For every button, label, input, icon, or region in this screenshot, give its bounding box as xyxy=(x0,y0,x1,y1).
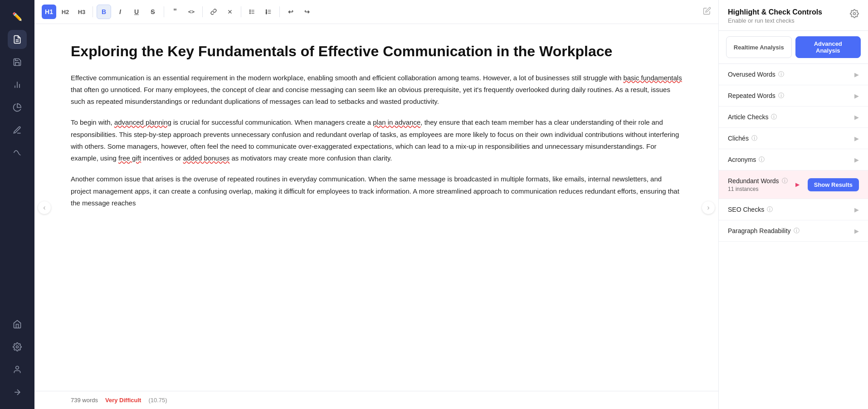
nav-arrow-right[interactable]: › xyxy=(702,201,715,214)
sidebar-icon-pen[interactable]: ✏️ xyxy=(8,7,27,26)
check-item-seo-checks[interactable]: SEO Checks ⓘ ▶ xyxy=(719,199,868,220)
editor-toolbar: H1 H2 H3 B I U S " <> 123 ↩ ↪ xyxy=(34,0,718,24)
tab-realtime-analysis[interactable]: Realtime Analysis xyxy=(726,36,792,58)
italic-button[interactable]: I xyxy=(113,5,127,19)
check-item-paragraph-readability[interactable]: Paragraph Readability ⓘ ▶ xyxy=(719,220,868,242)
svg-point-14 xyxy=(249,11,250,12)
seo-checks-label: SEO Checks xyxy=(728,206,764,213)
check-item-acronyms[interactable]: Acronyms ⓘ ▶ xyxy=(719,149,868,170)
cliches-label: Clichés xyxy=(728,135,749,142)
unlink-button[interactable] xyxy=(223,5,237,19)
tab-advanced-analysis[interactable]: Advanced Analysis xyxy=(795,36,861,58)
ordered-list-button[interactable]: 123 xyxy=(261,5,276,19)
link-button[interactable] xyxy=(206,5,221,19)
check-item-cliches[interactable]: Clichés ⓘ ▶ xyxy=(719,128,868,149)
article-checks-chevron-icon[interactable]: ▶ xyxy=(854,114,859,121)
redundant-words-label: Redundant Words xyxy=(728,177,779,185)
toolbar-divider-5 xyxy=(279,6,280,17)
sidebar-icon-pie[interactable] xyxy=(8,98,27,117)
overused-words-info-icon[interactable]: ⓘ xyxy=(778,70,784,78)
sidebar-icon-settings[interactable] xyxy=(8,337,27,356)
overused-words-label: Overused Words xyxy=(728,71,775,78)
paragraph-readability-chevron-icon[interactable]: ▶ xyxy=(854,228,859,234)
redundant-words-instances: 11 instances xyxy=(728,186,791,192)
svg-point-5 xyxy=(16,346,19,348)
toolbar-divider-3 xyxy=(202,6,203,17)
repeated-words-chevron-icon[interactable]: ▶ xyxy=(854,93,859,99)
cliches-chevron-icon[interactable]: ▶ xyxy=(854,135,859,142)
editor-content[interactable]: ‹ › Exploring the Key Fundamentals of Ef… xyxy=(34,24,718,391)
nav-arrow-left[interactable]: ‹ xyxy=(38,201,51,214)
paragraph-readability-label: Paragraph Readability xyxy=(728,227,791,234)
check-item-overused-words[interactable]: Overused Words ⓘ ▶ xyxy=(719,64,868,85)
right-panel-subtitle: Enable or run text checks xyxy=(728,17,822,24)
right-panel-header: Highlight & Check Controls Enable or run… xyxy=(719,0,868,31)
sidebar-icon-save[interactable] xyxy=(8,53,27,72)
right-panel: Highlight & Check Controls Enable or run… xyxy=(718,0,868,409)
editor-title: Exploring the Key Fundamentals of Effect… xyxy=(71,42,682,61)
acronyms-chevron-icon[interactable]: ▶ xyxy=(854,156,859,163)
article-checks-info-icon[interactable]: ⓘ xyxy=(771,113,777,121)
difficulty-label: Very Difficult xyxy=(105,397,141,404)
redo-button[interactable]: ↪ xyxy=(300,5,314,19)
strikethrough-button[interactable]: S xyxy=(146,5,160,19)
editor-paragraph-2: To begin with, advanced planning is cruc… xyxy=(71,117,682,164)
editor-paragraph-1: Effective communication is an essential … xyxy=(71,72,682,108)
svg-point-22 xyxy=(853,13,856,15)
h2-button[interactable]: H2 xyxy=(58,5,73,19)
cliches-info-icon[interactable]: ⓘ xyxy=(751,134,757,142)
svg-point-13 xyxy=(249,10,250,11)
svg-point-15 xyxy=(249,13,250,14)
toolbar-divider-4 xyxy=(241,6,241,17)
overused-words-chevron-icon[interactable]: ▶ xyxy=(854,71,859,78)
quote-button[interactable]: " xyxy=(168,5,182,19)
word-count: 739 words xyxy=(71,397,98,404)
redundant-words-info-icon[interactable]: ⓘ xyxy=(782,177,788,185)
toolbar-divider-1 xyxy=(93,6,93,17)
highlighted-phrase-5: added bonuses xyxy=(183,154,230,162)
check-item-redundant-words[interactable]: Redundant Words ⓘ 11 instances ▶ Show Re… xyxy=(719,170,868,199)
article-checks-label: Article Checks xyxy=(728,113,768,121)
bold-button[interactable]: B xyxy=(97,5,111,19)
difficulty-score: (10.75) xyxy=(148,397,167,404)
sidebar-icon-wave[interactable] xyxy=(8,143,27,162)
highlighted-phrase-2: advanced planning xyxy=(114,118,171,126)
sidebar-icon-chart[interactable] xyxy=(8,75,27,94)
undo-button[interactable]: ↩ xyxy=(283,5,298,19)
settings-gear-icon[interactable] xyxy=(850,9,859,20)
h1-button[interactable]: H1 xyxy=(42,5,56,19)
highlighted-phrase-3: plan in advance xyxy=(373,118,420,126)
checks-list: Overused Words ⓘ ▶ Repeated Words ⓘ ▶ Ar… xyxy=(719,64,868,409)
seo-checks-chevron-icon[interactable]: ▶ xyxy=(854,206,859,213)
sidebar-icon-highlight[interactable] xyxy=(8,121,27,140)
analysis-tabs: Realtime Analysis Advanced Analysis xyxy=(719,31,868,64)
paragraph-readability-info-icon[interactable]: ⓘ xyxy=(794,227,800,235)
svg-text:3: 3 xyxy=(266,12,267,15)
show-results-button[interactable]: Show Results xyxy=(808,178,859,191)
sidebar-icon-document[interactable] xyxy=(8,30,27,49)
sidebar-icon-home[interactable] xyxy=(8,315,27,334)
highlighted-phrase-4: free gift xyxy=(118,154,141,162)
underline-button[interactable]: U xyxy=(129,5,144,19)
check-item-repeated-words[interactable]: Repeated Words ⓘ ▶ xyxy=(719,85,868,107)
acronyms-label: Acronyms xyxy=(728,156,756,163)
repeated-words-label: Repeated Words xyxy=(728,92,775,99)
edit-pencil-icon[interactable] xyxy=(703,7,711,17)
h3-button[interactable]: H3 xyxy=(74,5,89,19)
highlighted-phrase-1: basic fundamentals xyxy=(623,74,682,82)
sidebar: ✏️ xyxy=(0,0,34,409)
code-button[interactable]: <> xyxy=(184,5,199,19)
check-item-article-checks[interactable]: Article Checks ⓘ ▶ xyxy=(719,107,868,128)
repeated-words-info-icon[interactable]: ⓘ xyxy=(778,92,784,100)
word-count-bar: 739 words Very Difficult (10.75) xyxy=(34,391,718,409)
redundant-words-play-button[interactable]: ▶ xyxy=(791,178,804,191)
sidebar-icon-arrow[interactable] xyxy=(8,383,27,402)
sidebar-icon-user[interactable] xyxy=(8,360,27,379)
acronyms-info-icon[interactable]: ⓘ xyxy=(759,156,765,164)
right-panel-title: Highlight & Check Controls xyxy=(728,8,822,16)
seo-checks-info-icon[interactable]: ⓘ xyxy=(767,205,773,214)
bullet-list-button[interactable] xyxy=(245,5,259,19)
svg-point-6 xyxy=(16,366,19,370)
editor-container: H1 H2 H3 B I U S " <> 123 ↩ ↪ ‹ xyxy=(34,0,718,409)
toolbar-divider-2 xyxy=(164,6,164,17)
